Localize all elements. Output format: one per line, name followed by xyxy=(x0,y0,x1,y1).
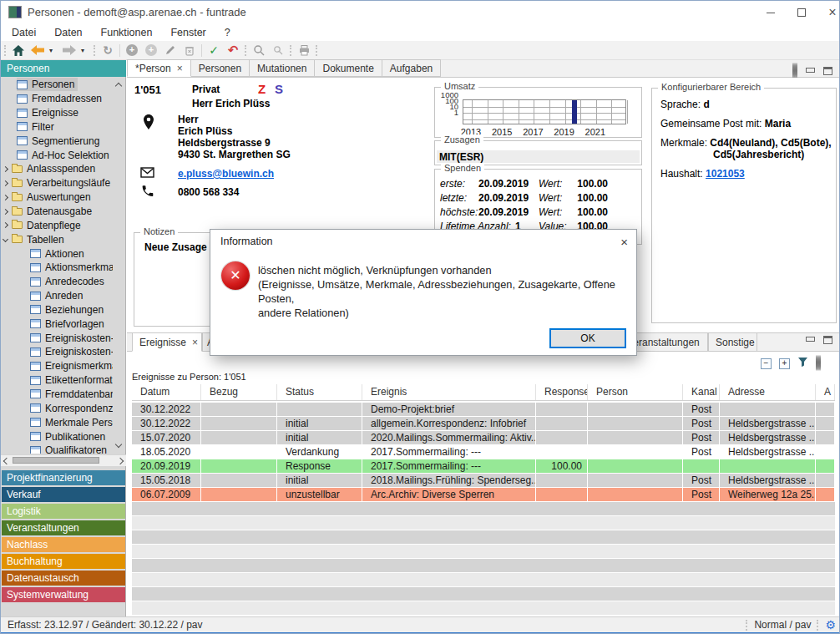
window-maximize-button[interactable] xyxy=(787,1,816,24)
refresh-icon[interactable]: ↻ xyxy=(100,43,115,58)
module-verkauf[interactable]: Verkauf xyxy=(2,487,125,502)
tree-item-fremdadressen[interactable]: Fremdadressen xyxy=(2,92,113,106)
tree-item-ereigniskosten-s[interactable]: Ereigniskosten-S xyxy=(2,345,113,359)
tree-item-personen[interactable]: Personen xyxy=(2,78,113,92)
tree-item-datenpflege[interactable]: Datenpflege xyxy=(2,218,113,232)
tree-item-ereignismerkmal[interactable]: Ereignismerkmal xyxy=(2,359,113,373)
chevron-down-icon[interactable] xyxy=(3,236,8,242)
print-icon[interactable] xyxy=(296,43,311,58)
search-icon[interactable] xyxy=(251,43,266,58)
haushalt-link[interactable]: 1021053 xyxy=(706,168,745,180)
tree-item-anredecodes[interactable]: Anredecodes xyxy=(2,275,113,289)
tree-item-datenausgabe[interactable]: Datenausgabe xyxy=(2,205,113,219)
chevron-right-icon[interactable] xyxy=(3,195,8,200)
column-header-status[interactable]: Status xyxy=(277,384,362,400)
toolbar-grip[interactable] xyxy=(94,45,96,56)
tree-item-etikettenformate[interactable]: Etikettenformate xyxy=(2,373,113,388)
menu-funktionen[interactable]: Funktionen xyxy=(92,27,162,38)
undo-icon[interactable]: ↶ xyxy=(225,43,240,58)
panel-maximize-icon[interactable] xyxy=(823,67,832,75)
chevron-right-icon[interactable] xyxy=(3,180,8,186)
home-icon[interactable] xyxy=(11,43,26,58)
table-row[interactable]: 30.12.2022Demo-Projekt:briefPost xyxy=(132,403,835,416)
tree-item-korrespondenz[interactable]: Korrespondenz xyxy=(2,401,113,415)
tree-item-aktionsmerkmal[interactable]: Aktionsmerkmal xyxy=(2,261,113,275)
tree-item-ereignisse[interactable]: Ereignisse xyxy=(2,106,113,120)
table-row[interactable]: 06.07.2009unzustellbarArc.Archiv: Divers… xyxy=(132,488,835,501)
panel-minimize-icon[interactable] xyxy=(806,68,815,73)
table-row[interactable]: 18.05.2020Verdankung2017.Sommermailing: … xyxy=(132,445,835,459)
table-row[interactable]: 30.12.2022initialallgemein.Korrespondenz… xyxy=(132,417,835,430)
module-systemverwaltung[interactable]: Systemverwaltung xyxy=(2,587,125,602)
column-header-person[interactable]: Person xyxy=(588,384,683,400)
table-row[interactable]: 15.05.2018initial2018.Mailings.Frühling:… xyxy=(132,474,835,487)
window-close-button[interactable]: × xyxy=(818,1,840,24)
tree-item-ereigniskosten-e[interactable]: Ereigniskosten-E xyxy=(2,331,113,345)
table-row[interactable]: 20.09.2019Response2017.Sommermailing: --… xyxy=(132,459,835,473)
module-veranstaltungen[interactable]: Veranstaltungen xyxy=(2,520,125,535)
tree-item-qualifikatoren[interactable]: Qualifikatoren xyxy=(2,444,113,454)
search-small-icon[interactable] xyxy=(271,43,286,58)
tree-item-tabellen[interactable]: Tabellen xyxy=(2,232,113,246)
module-logistik[interactable]: Logistik xyxy=(2,504,125,519)
module-projektfinanzierung[interactable]: Projektfinanzierung xyxy=(2,470,125,485)
add-alt-icon[interactable]: + xyxy=(144,43,159,58)
tab-ereignisse[interactable]: Ereignisse× xyxy=(132,332,202,352)
add-icon[interactable]: + xyxy=(124,43,139,58)
forward-icon[interactable] xyxy=(62,43,77,58)
menu-daten[interactable]: Daten xyxy=(45,27,91,38)
collapse-all-icon[interactable]: − xyxy=(761,358,772,369)
tab-sonstige[interactable]: Sonstige xyxy=(708,332,757,352)
tree-item-ad-hoc-selektion[interactable]: Ad-Hoc Selektion xyxy=(2,148,113,162)
column-header-a[interactable]: A xyxy=(816,384,835,400)
column-header-kanal[interactable]: Kanal xyxy=(683,384,720,400)
tree-item-anreden[interactable]: Anreden xyxy=(2,289,113,303)
person-email-link[interactable]: e.pluss@bluewin.ch xyxy=(178,168,274,180)
tab-aufgaben[interactable]: Aufgaben xyxy=(382,59,441,77)
module-buchhaltung[interactable]: Buchhaltung xyxy=(2,554,125,569)
back-dropdown-icon[interactable]: ▾ xyxy=(49,47,58,54)
expand-all-icon[interactable]: + xyxy=(779,358,790,369)
tree-item-merkmale-perso[interactable]: Merkmale Perso xyxy=(2,415,113,429)
column-header-adresse[interactable]: Adresse xyxy=(720,384,816,400)
dialog-close-icon[interactable]: × xyxy=(620,235,628,249)
tab-personen[interactable]: Personen xyxy=(191,59,250,77)
menu-fenster[interactable]: Fenster xyxy=(161,27,215,38)
panel-minimize-icon[interactable] xyxy=(806,337,815,342)
tree-item-auswertungen[interactable]: Auswertungen xyxy=(2,190,113,205)
module-datenaustausch[interactable]: Datenaustausch xyxy=(2,571,125,586)
toolbar-grip[interactable] xyxy=(290,45,292,56)
column-header-datum[interactable]: Datum xyxy=(132,384,201,400)
gear-icon[interactable]: ⚙ xyxy=(825,618,836,631)
chevron-right-icon[interactable] xyxy=(3,166,8,172)
tab-dokumente[interactable]: Dokumente xyxy=(315,59,382,77)
edit-icon[interactable] xyxy=(163,43,178,58)
tree-item-anlassspenden[interactable]: Anlassspenden xyxy=(2,162,113,176)
tree-item-filter[interactable]: Filter xyxy=(2,120,113,134)
forward-dropdown-icon[interactable]: ▾ xyxy=(81,47,89,54)
column-header-ereignis[interactable]: Ereignis xyxy=(362,384,536,400)
window-minimize-button[interactable] xyxy=(757,1,785,24)
toolbar-grip[interactable] xyxy=(4,45,7,56)
tab-mutationen[interactable]: Mutationen xyxy=(250,59,315,77)
ok-button[interactable]: OK xyxy=(549,328,626,348)
back-icon[interactable] xyxy=(30,43,45,58)
scrollbar-thumb[interactable] xyxy=(13,457,99,464)
tab-close-icon[interactable]: × xyxy=(177,63,183,74)
panel-maximize-icon[interactable] xyxy=(823,336,832,344)
tab-person[interactable]: *Person× xyxy=(127,59,191,77)
tree-item-aktionen[interactable]: Aktionen xyxy=(2,246,113,261)
menu-help[interactable]: ? xyxy=(215,27,240,38)
tree-item-verarbeitungsl-ufe[interactable]: Verarbeitungsläufe xyxy=(2,176,113,190)
menu-datei[interactable]: Datei xyxy=(3,27,45,38)
delete-icon[interactable] xyxy=(182,43,197,58)
tree-item-segmentierung[interactable]: Segmentierung xyxy=(2,134,113,148)
tree-item-beziehungen[interactable]: Beziehungen xyxy=(2,303,113,317)
chevron-right-icon[interactable] xyxy=(3,222,8,228)
confirm-icon[interactable]: ✓ xyxy=(206,43,221,58)
tab-close-icon[interactable]: × xyxy=(192,337,198,348)
tree-item-briefvorlagen[interactable]: Briefvorlagen xyxy=(2,317,113,331)
tree-item-fremddatenbank[interactable]: Fremddatenbank xyxy=(2,388,113,402)
module-nachlass[interactable]: Nachlass xyxy=(2,537,125,552)
filter-icon[interactable] xyxy=(797,356,808,371)
